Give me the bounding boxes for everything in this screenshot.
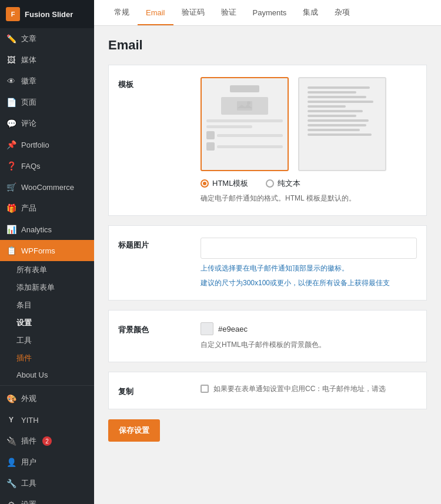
sidebar-item-faqs[interactable]: ❓ FAQs [0, 155, 94, 176]
copy-content: 如果要在表单通知设置中启用CC：电子邮件地址，请选 [201, 384, 417, 394]
tmpl-inline-line [217, 134, 283, 137]
sidebar-item-label: 用户 [21, 457, 36, 468]
sidebar-sub-add-form[interactable]: 添加新表单 [0, 279, 94, 296]
plugins-icon: 🔌 [6, 436, 16, 446]
media-icon: 🖼 [6, 55, 16, 65]
sidebar-item-settings[interactable]: ⚙ 设置 [0, 494, 94, 504]
users-icon: 👤 [6, 457, 16, 468]
plain-line3 [308, 96, 366, 98]
sidebar-item-label: 评论 [21, 118, 36, 129]
sidebar-item-tools[interactable]: 🔧 工具 [0, 473, 94, 494]
sidebar-sub-entries[interactable]: 条目 [0, 296, 94, 314]
sidebar-item-badges[interactable]: 👁 徽章 [0, 71, 94, 92]
sidebar-item-portfolio[interactable]: 📌 Portfolio [0, 134, 94, 155]
color-hex-value: #e9eaec [218, 325, 248, 333]
sidebar-item-label: 媒体 [21, 55, 36, 65]
plain-line2 [308, 91, 356, 94]
tab-integration[interactable]: 集成 [295, 0, 326, 26]
products-icon: 🎁 [6, 203, 16, 213]
sidebar-item-plugins[interactable]: 🔌 插件 2 [0, 430, 94, 452]
wpforms-icon: 📋 [6, 245, 16, 256]
sidebar-item-analytics[interactable]: 📊 Analytics [0, 219, 94, 240]
sidebar-sub-about-us[interactable]: About Us [0, 367, 94, 383]
header-image-hint2: 建议的尺寸为300x100或更小，以便在所有设备上获得最佳支 [201, 278, 417, 288]
tmpl-icon2 [206, 142, 215, 151]
sidebar-sub-all-forms[interactable]: 所有表单 [0, 261, 94, 279]
sidebar-item-appearance[interactable]: 🎨 外观 [0, 388, 94, 409]
tab-verify[interactable]: 验证 [213, 0, 245, 26]
color-swatch[interactable] [201, 322, 213, 335]
copy-label: 复制 [118, 384, 201, 397]
plain-line10 [308, 129, 360, 131]
sidebar-sub-plugins[interactable]: 插件 [0, 349, 94, 367]
html-template-card[interactable] [201, 77, 289, 171]
html-radio-circle [201, 179, 209, 188]
html-radio-option[interactable]: HTML模板 [201, 178, 248, 189]
bg-color-hint: 自定义HTML电子邮件模板的背景颜色。 [201, 340, 417, 350]
page-title: Email [108, 38, 427, 53]
sidebar-sub-tools[interactable]: 工具 [0, 332, 94, 349]
tmpl-icon-row2 [206, 142, 283, 151]
tab-misc[interactable]: 杂项 [326, 0, 358, 26]
plain-radio-option[interactable]: 纯文本 [266, 178, 300, 189]
bg-color-label: 背景颜色 [118, 322, 201, 335]
sidebar-item-label: 徽章 [21, 76, 36, 86]
bg-color-section: 背景颜色 #e9eaec 自定义HTML电子邮件模板的背景颜色。 [108, 310, 427, 362]
tmpl-icon-row [206, 131, 283, 139]
copy-checkbox-row: 如果要在表单通知设置中启用CC：电子邮件地址，请选 [201, 384, 417, 394]
plain-radio-circle [266, 179, 274, 188]
yith-icon: Y [6, 415, 16, 425]
sidebar-item-label: 工具 [21, 478, 36, 489]
template-row: 模板 [109, 65, 426, 215]
plain-template-card[interactable] [298, 77, 386, 171]
sidebar-item-label: Analytics [21, 225, 52, 234]
plain-line11 [308, 133, 372, 136]
sidebar-item-products[interactable]: 🎁 产品 [0, 198, 94, 219]
tab-payments[interactable]: Payments [245, 1, 295, 25]
plain-lines [304, 83, 380, 142]
sidebar-item-users[interactable]: 👤 用户 [0, 452, 94, 473]
sidebar-item-label: 设置 [21, 499, 36, 504]
plain-line7 [308, 115, 356, 117]
sidebar-item-comments[interactable]: 💬 评论 [0, 113, 94, 134]
save-button[interactable]: 保存设置 [108, 419, 160, 442]
sidebar-sub-settings[interactable]: 设置 [0, 314, 94, 332]
header-image-hint1: 上传或选择要在电子邮件通知顶部显示的徽标。 [201, 263, 417, 273]
template-label: 模板 [118, 77, 201, 90]
logo-icon: F [6, 7, 20, 21]
tmpl-image-placeholder [221, 97, 268, 115]
sidebar-item-label: 页面 [21, 97, 36, 108]
tab-navigation: 常规 Email 验证码 验证 Payments 集成 杂项 [94, 0, 441, 26]
tmpl-header-bar [230, 85, 259, 92]
sidebar-item-yith[interactable]: Y YITH [0, 409, 94, 430]
posts-icon: ✏️ [6, 34, 16, 44]
header-image-content: 上传或选择要在电子邮件通知顶部显示的徽标。 建议的尺寸为300x100或更小，以… [201, 238, 417, 288]
sidebar-item-media[interactable]: 🖼 媒体 [0, 49, 94, 71]
plain-line6 [308, 110, 363, 112]
tab-email[interactable]: Email [138, 1, 173, 25]
analytics-icon: 📊 [6, 224, 16, 235]
sidebar-item-pages[interactable]: 📄 页面 [0, 92, 94, 113]
html-radio-label: HTML模板 [212, 178, 248, 189]
template-section: 模板 [108, 65, 427, 216]
tmpl-line2 [206, 125, 252, 128]
faqs-icon: ❓ [6, 161, 16, 171]
tab-captcha[interactable]: 验证码 [173, 0, 213, 26]
header-image-label: 标题图片 [118, 238, 201, 251]
sidebar-item-posts[interactable]: ✏️ 文章 [0, 28, 94, 49]
tab-general[interactable]: 常规 [106, 0, 138, 26]
sidebar-item-label: YITH [21, 416, 39, 425]
sidebar-item-woocommerce[interactable]: 🛒 WooCommerce [0, 176, 94, 198]
sidebar-logo[interactable]: F Fusion Slider [0, 0, 94, 28]
pages-icon: 📄 [6, 97, 16, 108]
header-image-section: 标题图片 上传或选择要在电子邮件通知顶部显示的徽标。 建议的尺寸为300x100… [108, 225, 427, 301]
template-cards [201, 77, 417, 171]
tmpl-line1 [206, 119, 283, 122]
copy-checkbox[interactable] [201, 385, 209, 393]
plain-line1 [308, 86, 370, 89]
sidebar-item-wpforms[interactable]: 📋 WPForms [0, 240, 94, 261]
sidebar-item-label: 文章 [21, 34, 36, 44]
color-picker-row: #e9eaec [201, 322, 417, 335]
file-input[interactable] [201, 238, 417, 259]
sidebar: F Fusion Slider ✏️ 文章 🖼 媒体 👁 徽章 📄 页面 💬 评… [0, 0, 94, 504]
